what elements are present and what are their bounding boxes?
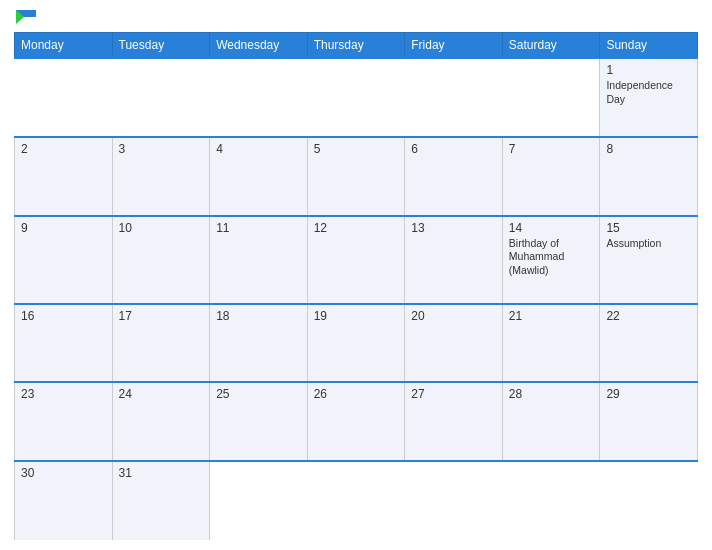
calendar-cell: 5: [307, 137, 405, 216]
day-number: 22: [606, 309, 691, 323]
event-label: Independence Day: [606, 79, 691, 106]
day-number: 5: [314, 142, 399, 156]
weekday-header-saturday: Saturday: [502, 33, 600, 59]
day-number: 2: [21, 142, 106, 156]
calendar-cell: 4: [210, 137, 308, 216]
calendar-cell: 3: [112, 137, 210, 216]
calendar-cell: [502, 58, 600, 137]
calendar-cell: 18: [210, 304, 308, 383]
calendar-cell: 20: [405, 304, 503, 383]
day-number: 6: [411, 142, 496, 156]
calendar-page: MondayTuesdayWednesdayThursdayFridaySatu…: [0, 0, 712, 550]
calendar-cell: [405, 58, 503, 137]
calendar-cell: 26: [307, 382, 405, 461]
calendar-cell: [15, 58, 113, 137]
weekday-header-wednesday: Wednesday: [210, 33, 308, 59]
day-number: 16: [21, 309, 106, 323]
week-row-6: 3031: [15, 461, 698, 540]
day-number: 27: [411, 387, 496, 401]
weekday-header-thursday: Thursday: [307, 33, 405, 59]
day-number: 29: [606, 387, 691, 401]
calendar-cell: 29: [600, 382, 698, 461]
calendar-cell: 30: [15, 461, 113, 540]
day-number: 13: [411, 221, 496, 235]
day-number: 8: [606, 142, 691, 156]
weekday-header-friday: Friday: [405, 33, 503, 59]
calendar-cell: 10: [112, 216, 210, 304]
week-row-3: 91011121314Birthday of Muhammad (Mawlid)…: [15, 216, 698, 304]
day-number: 12: [314, 221, 399, 235]
week-row-5: 23242526272829: [15, 382, 698, 461]
weekday-header-monday: Monday: [15, 33, 113, 59]
day-number: 14: [509, 221, 594, 235]
weekday-header-row: MondayTuesdayWednesdayThursdayFridaySatu…: [15, 33, 698, 59]
calendar-cell: 27: [405, 382, 503, 461]
weekday-header-sunday: Sunday: [600, 33, 698, 59]
header: [14, 10, 698, 24]
calendar-cell: 13: [405, 216, 503, 304]
calendar-cell: [210, 58, 308, 137]
calendar-cell: [502, 461, 600, 540]
calendar-cell: 21: [502, 304, 600, 383]
calendar-cell: [112, 58, 210, 137]
calendar-cell: 6: [405, 137, 503, 216]
calendar-cell: 1Independence Day: [600, 58, 698, 137]
calendar-cell: [405, 461, 503, 540]
calendar-cell: 17: [112, 304, 210, 383]
day-number: 24: [119, 387, 204, 401]
day-number: 26: [314, 387, 399, 401]
day-number: 10: [119, 221, 204, 235]
day-number: 15: [606, 221, 691, 235]
calendar-cell: [600, 461, 698, 540]
week-row-4: 16171819202122: [15, 304, 698, 383]
calendar-cell: 7: [502, 137, 600, 216]
calendar-cell: 9: [15, 216, 113, 304]
day-number: 30: [21, 466, 106, 480]
event-label: Assumption: [606, 237, 691, 251]
day-number: 25: [216, 387, 301, 401]
calendar-cell: [307, 461, 405, 540]
logo: [14, 10, 40, 24]
day-number: 1: [606, 63, 691, 77]
day-number: 17: [119, 309, 204, 323]
calendar-cell: [307, 58, 405, 137]
logo-icon: [16, 10, 36, 24]
day-number: 4: [216, 142, 301, 156]
day-number: 23: [21, 387, 106, 401]
calendar-cell: 16: [15, 304, 113, 383]
day-number: 7: [509, 142, 594, 156]
week-row-2: 2345678: [15, 137, 698, 216]
calendar-cell: 15Assumption: [600, 216, 698, 304]
day-number: 19: [314, 309, 399, 323]
day-number: 20: [411, 309, 496, 323]
calendar-cell: 31: [112, 461, 210, 540]
day-number: 21: [509, 309, 594, 323]
day-number: 18: [216, 309, 301, 323]
calendar-cell: 8: [600, 137, 698, 216]
calendar-cell: 23: [15, 382, 113, 461]
calendar-cell: 19: [307, 304, 405, 383]
calendar-cell: 24: [112, 382, 210, 461]
day-number: 9: [21, 221, 106, 235]
calendar-cell: [210, 461, 308, 540]
day-number: 3: [119, 142, 204, 156]
calendar-cell: 25: [210, 382, 308, 461]
calendar-cell: 2: [15, 137, 113, 216]
calendar-cell: 12: [307, 216, 405, 304]
weekday-header-tuesday: Tuesday: [112, 33, 210, 59]
week-row-1: 1Independence Day: [15, 58, 698, 137]
event-label: Birthday of Muhammad (Mawlid): [509, 237, 594, 278]
day-number: 28: [509, 387, 594, 401]
calendar-cell: 22: [600, 304, 698, 383]
calendar-cell: 11: [210, 216, 308, 304]
calendar-cell: 14Birthday of Muhammad (Mawlid): [502, 216, 600, 304]
day-number: 31: [119, 466, 204, 480]
calendar-cell: 28: [502, 382, 600, 461]
day-number: 11: [216, 221, 301, 235]
calendar-table: MondayTuesdayWednesdayThursdayFridaySatu…: [14, 32, 698, 540]
